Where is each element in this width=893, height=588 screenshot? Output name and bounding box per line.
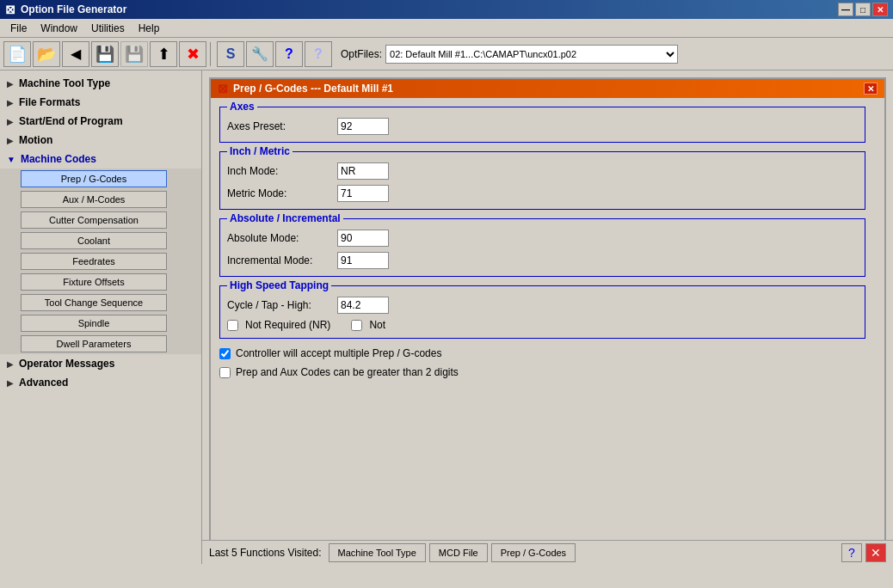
axes-section-title: Axes bbox=[227, 101, 257, 113]
sidebar-item-machine-tool-type[interactable]: ▶ Machine Tool Type bbox=[0, 74, 201, 93]
multiple-prep-label: Controller will accept multiple Prep / G… bbox=[236, 347, 441, 359]
arrow-file-formats: ▶ bbox=[7, 98, 14, 107]
sidebar-label-motion: Motion bbox=[19, 134, 52, 146]
axes-preset-input[interactable] bbox=[337, 118, 389, 135]
inch-mode-input[interactable] bbox=[337, 162, 389, 180]
title-bar-buttons: — □ ✕ bbox=[838, 3, 888, 16]
high-speed-title: High Speed Tapping bbox=[227, 279, 331, 291]
cycle-tap-label: Cycle / Tap - High: bbox=[227, 299, 330, 311]
sidebar-sub-spindle[interactable]: Spindle bbox=[21, 315, 167, 332]
checkbox-not-req-row: Not Required (NR) Not bbox=[227, 319, 858, 331]
sidebar-label-start-end: Start/End of Program bbox=[19, 115, 123, 127]
minimize-button[interactable]: — bbox=[838, 3, 853, 16]
inch-mode-row: Inch Mode: bbox=[227, 162, 858, 180]
menu-window[interactable]: Window bbox=[34, 21, 84, 36]
status-machine-tool-type[interactable]: Machine Tool Type bbox=[329, 543, 426, 562]
menu-utilities[interactable]: Utilities bbox=[84, 21, 132, 36]
axes-preset-row: Axes Preset: bbox=[227, 118, 858, 135]
not-available-label: Not bbox=[369, 319, 385, 331]
new-button[interactable]: 📄 bbox=[3, 41, 31, 67]
toolbar-separator bbox=[210, 42, 213, 66]
content-area: ⊠ Prep / G-Codes --- Default Mill #1 ✕ A… bbox=[202, 70, 893, 564]
sidebar-label-file-formats: File Formats bbox=[19, 96, 80, 108]
arrow-advanced: ▶ bbox=[7, 378, 14, 388]
sidebar-sub-cutter-comp[interactable]: Cutter Compensation bbox=[21, 211, 167, 229]
question-blue-button[interactable]: ? bbox=[275, 41, 303, 67]
not-available-checkbox[interactable] bbox=[351, 320, 362, 331]
toolbar: 📄 📂 ◀ 💾 💾 ⬆ ✖ S 🔧 ? ? OptFiles: 02: Defa… bbox=[0, 38, 893, 70]
sidebar-item-machine-codes[interactable]: ▼ Machine Codes bbox=[0, 150, 201, 168]
greater-2digits-label: Prep and Aux Codes can be greater than 2… bbox=[236, 366, 459, 378]
menu-bar: File Window Utilities Help bbox=[0, 19, 893, 38]
sidebar-sub-feedrates[interactable]: Feedrates bbox=[21, 253, 167, 270]
axes-section: Axes Axes Preset: bbox=[219, 107, 865, 143]
greater-2digits-checkbox[interactable] bbox=[219, 367, 231, 378]
inner-title: Prep / G-Codes --- Default Mill #1 bbox=[233, 83, 393, 95]
high-speed-section: High Speed Tapping Cycle / Tap - High: N… bbox=[219, 285, 865, 339]
back-button[interactable]: ◀ bbox=[62, 41, 89, 67]
inner-content: Axes Axes Preset: Inch / Metric Inch Mod… bbox=[211, 98, 884, 387]
tools-button[interactable]: 🔧 bbox=[246, 41, 274, 67]
arrow-machine-codes: ▼ bbox=[7, 155, 15, 164]
menu-help[interactable]: Help bbox=[132, 21, 167, 36]
status-mcd-file[interactable]: MCD File bbox=[429, 543, 488, 562]
s-button[interactable]: S bbox=[217, 41, 244, 67]
status-bar: Last 5 Functions Visited: Machine Tool T… bbox=[202, 540, 893, 564]
help-button[interactable]: ? bbox=[305, 41, 332, 67]
sidebar-item-advanced[interactable]: ▶ Advanced bbox=[0, 373, 201, 392]
sidebar-item-start-end[interactable]: ▶ Start/End of Program bbox=[0, 112, 201, 131]
optfiles-select[interactable]: 02: Default Mill #1...C:\CAMAPT\uncx01.p… bbox=[385, 45, 678, 64]
sidebar-item-operator-messages[interactable]: ▶ Operator Messages bbox=[0, 354, 201, 373]
cycle-tap-row: Cycle / Tap - High: bbox=[227, 297, 858, 314]
not-required-label: Not Required (NR) bbox=[245, 319, 330, 331]
app-title: Option File Generator bbox=[21, 3, 126, 15]
title-bar: ⊠ Option File Generator — □ ✕ bbox=[0, 0, 893, 19]
sidebar-label-advanced: Advanced bbox=[19, 377, 68, 389]
sidebar-label-operator-messages: Operator Messages bbox=[19, 358, 114, 370]
optfiles-container: OptFiles: 02: Default Mill #1...C:\CAMAP… bbox=[341, 45, 678, 64]
sidebar-label-machine-tool-type: Machine Tool Type bbox=[19, 77, 110, 89]
axes-preset-label: Axes Preset: bbox=[227, 120, 330, 132]
arrow-motion: ▶ bbox=[7, 136, 14, 145]
status-label: Last 5 Functions Visited: bbox=[209, 547, 322, 559]
arrow-start-end: ▶ bbox=[7, 117, 14, 126]
open-button[interactable]: 📂 bbox=[33, 41, 60, 67]
maximize-button[interactable]: □ bbox=[855, 3, 871, 16]
inc-mode-input[interactable] bbox=[337, 252, 389, 269]
cycle-tap-input[interactable] bbox=[337, 297, 389, 314]
inner-close-button[interactable]: ✕ bbox=[864, 83, 878, 95]
sidebar-sub-prep-gcodes[interactable]: Prep / G-Codes bbox=[21, 170, 167, 187]
status-close-button[interactable]: ✕ bbox=[865, 543, 886, 562]
sidebar-sub-fixture-offsets[interactable]: Fixture Offsets bbox=[21, 273, 167, 291]
abs-inc-title: Absolute / Incremental bbox=[227, 212, 343, 224]
menu-file[interactable]: File bbox=[3, 21, 34, 36]
sidebar-item-motion[interactable]: ▶ Motion bbox=[0, 131, 201, 150]
main-layout: ▶ Machine Tool Type ▶ File Formats ▶ Sta… bbox=[0, 70, 893, 564]
delete-button[interactable]: ✖ bbox=[179, 41, 206, 67]
sidebar-sub-coolant[interactable]: Coolant bbox=[21, 232, 167, 249]
sidebar: ▶ Machine Tool Type ▶ File Formats ▶ Sta… bbox=[0, 70, 202, 564]
multiple-prep-checkbox[interactable] bbox=[219, 348, 231, 359]
sidebar-sub-dwell[interactable]: Dwell Parameters bbox=[21, 335, 167, 352]
inc-mode-row: Incremental Mode: bbox=[227, 252, 858, 269]
multiple-prep-row: Controller will accept multiple Prep / G… bbox=[219, 347, 865, 359]
arrow-operator-messages: ▶ bbox=[7, 359, 14, 369]
status-question-button[interactable]: ? bbox=[841, 543, 862, 562]
abs-inc-section: Absolute / Incremental Absolute Mode: In… bbox=[219, 218, 865, 277]
close-button[interactable]: ✕ bbox=[872, 3, 888, 16]
metric-mode-input[interactable] bbox=[337, 185, 389, 202]
abs-mode-input[interactable] bbox=[337, 230, 389, 247]
optfiles-label: OptFiles: bbox=[341, 48, 382, 60]
upload-button[interactable]: ⬆ bbox=[150, 41, 177, 67]
save-gray-button[interactable]: 💾 bbox=[120, 41, 148, 67]
sidebar-sub-aux-mcodes[interactable]: Aux / M-Codes bbox=[21, 191, 167, 208]
status-prep-gcodes[interactable]: Prep / G-Codes bbox=[491, 543, 576, 562]
inch-metric-title: Inch / Metric bbox=[227, 145, 293, 157]
sidebar-item-file-formats[interactable]: ▶ File Formats bbox=[0, 93, 201, 112]
save-button[interactable]: 💾 bbox=[91, 41, 119, 67]
inner-icon: ⊠ bbox=[218, 82, 228, 95]
inch-metric-section: Inch / Metric Inch Mode: Metric Mode: bbox=[219, 151, 865, 210]
not-required-checkbox[interactable] bbox=[227, 320, 238, 331]
abs-mode-row: Absolute Mode: bbox=[227, 230, 858, 247]
sidebar-sub-tool-change[interactable]: Tool Change Sequence bbox=[21, 294, 167, 311]
